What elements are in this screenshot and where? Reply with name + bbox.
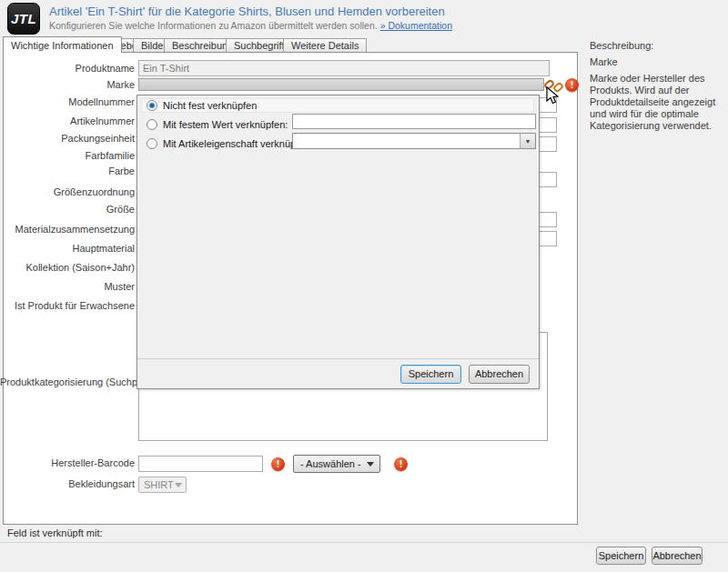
barcode-type-select[interactable]: - Auswählen -	[293, 455, 380, 473]
verknuepfung-popup: Nicht fest verknüpfen Mit festem Wert ve…	[136, 95, 540, 389]
popup-cancel-button[interactable]: Abbrechen	[469, 365, 530, 384]
bekleidungsart-select: SHIRT	[138, 477, 187, 493]
produktname-value: Ein T-Shirt	[139, 61, 549, 75]
tab-wichtige-informationen[interactable]: Wichtige Informationen	[3, 36, 122, 53]
label-materialzusammensetzung: Materialzusammensetzung	[0, 224, 135, 235]
label-packungseinheit: Packungseinheit	[0, 133, 135, 144]
chevron-down-icon	[367, 462, 374, 467]
popup-save-button[interactable]: Speichern	[400, 365, 461, 384]
label-bekleidungsart: Bekleidungsart	[0, 478, 135, 489]
option-label-fixed[interactable]: Mit festem Wert verknüpfen:	[163, 119, 288, 130]
page-subtitle: Konfigurieren Sie welche Informationen z…	[49, 20, 452, 31]
description-field-name: Marke	[590, 56, 723, 68]
documentation-link[interactable]: » Dokumentation	[380, 20, 452, 31]
description-text: Marke oder Hersteller des Produkts. Wird…	[590, 73, 723, 132]
chevron-down-icon	[175, 483, 182, 487]
label-modellnummer: Modellnummer	[0, 96, 135, 107]
label-farbe: Farbe	[0, 166, 135, 176]
bekleidungsart-value: SHIRT	[144, 479, 174, 490]
label-farbfamilie: Farbfamilie	[0, 150, 135, 161]
label-kollektion: Kollektion (Saison+Jahr)	[0, 262, 135, 273]
status-bar: Feld ist verknüpft mit:	[0, 525, 728, 543]
label-hauptmaterial: Hauptmaterial	[0, 243, 135, 254]
description-heading: Beschreibung:	[590, 40, 723, 52]
chevron-down-icon[interactable]: ▼	[520, 134, 535, 148]
cancel-button[interactable]: Abbrechen	[652, 547, 703, 565]
option-label-property[interactable]: Mit Artikeleigenschaft verknüpfen:	[163, 138, 312, 149]
label-groesse: Größe	[0, 204, 135, 215]
jtl-logo: JTL	[7, 3, 40, 35]
marke-field[interactable]	[138, 78, 544, 91]
artikeleigenschaft-select[interactable]: ▼	[292, 133, 536, 149]
page-title: Artikel 'Ein T-Shirt' für die Kategorie …	[49, 5, 445, 18]
hersteller-barcode-input[interactable]	[138, 456, 263, 472]
popup-footer: Speichern Abbrechen	[137, 358, 539, 388]
tab-weitere-details[interactable]: Weitere Details	[283, 38, 367, 53]
fester-wert-input[interactable]	[292, 114, 536, 129]
radio-artikeleigenschaft[interactable]	[147, 138, 157, 149]
barcode-error-icon: !	[271, 457, 285, 471]
label-produktkategorisierung: Produktkategorisierung (Suchpfad)	[0, 376, 135, 387]
barcode-type-error-icon: !	[394, 457, 408, 471]
label-artikelnummer: Artikelnummer	[0, 115, 135, 126]
label-muster: Muster	[0, 281, 135, 292]
status-text: Feld ist verknüpft mit:	[7, 527, 103, 538]
label-hersteller-barcode: Hersteller-Barcode	[0, 457, 135, 468]
subtitle-text: Konfigurieren Sie welche Informationen z…	[49, 20, 378, 31]
produktname-field: Ein T-Shirt	[138, 60, 550, 76]
label-produktname: Produktname	[0, 63, 135, 74]
app-window: JTL Artikel 'Ein T-Shirt' für die Katego…	[0, 0, 728, 572]
option-label-none[interactable]: Nicht fest verknüpfen	[163, 100, 257, 111]
label-groessenzuordnung: Größenzuordnung	[0, 186, 135, 197]
marke-error-icon: !	[565, 78, 579, 92]
label-marke: Marke	[0, 79, 135, 90]
label-ist-produkt-erwachsene: Ist Produkt für Erwachsene	[0, 300, 135, 311]
barcode-type-value: - Auswählen -	[300, 458, 361, 469]
radio-nicht-fest-verknuepfen[interactable]	[147, 100, 157, 111]
mouse-cursor	[545, 86, 561, 106]
radio-fester-wert[interactable]	[147, 119, 157, 130]
save-button[interactable]: Speichern	[596, 547, 646, 565]
